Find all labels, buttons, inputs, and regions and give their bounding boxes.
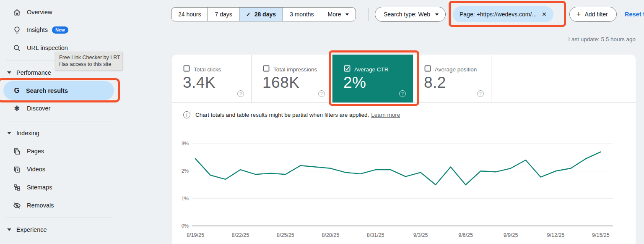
- search-type-dropdown[interactable]: Search type: Web: [375, 7, 446, 22]
- plus-icon: [576, 10, 581, 19]
- add-filter-label: Add filter: [585, 11, 608, 18]
- performance-panel: Total clicks 3.4K Total impressions 168K…: [172, 55, 636, 244]
- date-range-more[interactable]: More: [321, 8, 356, 21]
- svg-text:9/3/25: 9/3/25: [413, 232, 428, 238]
- metric-card-average-ctr[interactable]: Average CTR 2%: [332, 55, 413, 102]
- search-icon: [13, 44, 21, 52]
- section-label: Performance: [16, 69, 51, 76]
- svg-text:8/19/25: 8/19/25: [187, 232, 204, 238]
- svg-text:9/15/25: 9/15/25: [592, 232, 610, 238]
- segment-label: 7 days: [215, 11, 232, 18]
- reset-filters-link[interactable]: Reset f: [625, 11, 644, 18]
- chevron-down-icon: [7, 71, 11, 74]
- svg-text:9/9/25: 9/9/25: [504, 232, 518, 238]
- sidebar-section-experience[interactable]: Experience: [0, 221, 126, 239]
- checkbox-icon[interactable]: [424, 65, 431, 73]
- sidebar-item-label: URL inspection: [27, 45, 68, 51]
- metric-card-total-impressions[interactable]: Total impressions 168K: [252, 55, 332, 102]
- site-access-tooltip: Free Link Checker by LRT Has access to t…: [55, 52, 123, 71]
- sidebar-item-overview[interactable]: Overview: [0, 3, 126, 21]
- metric-value: 168K: [262, 74, 299, 92]
- metric-label: Total clicks: [194, 66, 221, 73]
- checkbox-icon[interactable]: [183, 65, 190, 73]
- learn-more-link[interactable]: Learn more: [371, 112, 400, 118]
- date-range-24-hours[interactable]: 24 hours: [171, 8, 208, 21]
- date-range-selector: 24 hours 7 days 28 days 3 months More: [171, 7, 356, 21]
- metric-label: Average CTR: [354, 66, 389, 73]
- sidebar-item-pages[interactable]: Pages: [0, 142, 126, 160]
- sidebar-item-label: Pages: [27, 148, 44, 155]
- check-icon: [246, 11, 251, 18]
- svg-text:3%: 3%: [182, 141, 189, 147]
- help-icon[interactable]: [318, 90, 325, 97]
- section-label: Experience: [16, 226, 47, 233]
- sidebar-item-label: Videos: [27, 166, 45, 173]
- info-icon: [183, 111, 190, 118]
- metric-label: Total impressions: [273, 66, 317, 73]
- date-range-7-days[interactable]: 7 days: [208, 8, 239, 21]
- checkbox-icon[interactable]: [263, 65, 270, 73]
- svg-text:9/12/25: 9/12/25: [547, 232, 565, 238]
- sitemap-icon: [13, 183, 21, 192]
- segment-label: More: [328, 11, 341, 18]
- close-icon[interactable]: [542, 11, 547, 18]
- sidebar-item-removals[interactable]: Removals: [0, 197, 126, 214]
- date-range-28-days[interactable]: 28 days: [239, 8, 283, 21]
- metric-card-total-clicks[interactable]: Total clicks 3.4K: [172, 55, 252, 102]
- metric-value: 3.4K: [183, 74, 216, 92]
- sidebar-divider: [6, 218, 112, 218]
- search-type-label: Search type: Web: [384, 11, 430, 18]
- page-filter-chip[interactable]: Page: +https://wedevs.com/...: [453, 6, 553, 22]
- sidebar-item-label: Overview: [27, 9, 52, 16]
- sidebar-item-label: Sitemaps: [27, 184, 52, 191]
- sidebar-item-videos[interactable]: Videos: [0, 160, 126, 178]
- sidebar-item-label: Removals: [27, 202, 54, 209]
- sidebar-item-insights[interactable]: Insights New: [0, 21, 126, 39]
- video-icon: [13, 165, 21, 173]
- svg-text:8/28/25: 8/28/25: [322, 232, 339, 238]
- notice-text: Chart totals and table results might be …: [195, 112, 369, 118]
- help-icon[interactable]: [399, 90, 406, 97]
- topbar-divider: [368, 8, 369, 21]
- home-icon: [13, 8, 21, 16]
- sidebar-item-sitemaps[interactable]: Sitemaps: [0, 178, 126, 196]
- eye-off-icon: [13, 201, 21, 210]
- lightbulb-icon: [13, 26, 21, 34]
- chevron-down-icon: [345, 13, 349, 16]
- google-g-icon: [13, 87, 21, 95]
- chevron-down-icon: [7, 132, 11, 134]
- metric-value: 8.2: [424, 74, 446, 92]
- pages-icon: [13, 147, 21, 155]
- sidebar-item-discover[interactable]: Discover: [0, 100, 126, 117]
- add-filter-button[interactable]: Add filter: [569, 7, 617, 22]
- tooltip-line: Has access to this site: [59, 61, 119, 68]
- help-icon[interactable]: [477, 90, 484, 97]
- cards-row-divider: [172, 102, 636, 103]
- segment-label: 3 months: [290, 11, 314, 18]
- checkbox-checked-icon[interactable]: [344, 65, 351, 73]
- date-range-3-months[interactable]: 3 months: [283, 8, 321, 21]
- segment-label: 24 hours: [178, 11, 201, 18]
- sidebar-item-label: Discover: [27, 105, 50, 112]
- tooltip-line: Free Link Checker by LRT: [59, 54, 119, 61]
- svg-text:2%: 2%: [182, 168, 189, 174]
- svg-text:9/6/25: 9/6/25: [458, 232, 473, 238]
- svg-text:8/25/25: 8/25/25: [277, 232, 294, 238]
- chevron-down-icon: [7, 228, 11, 231]
- svg-text:0%: 0%: [182, 223, 189, 229]
- partial-data-notice: Chart totals and table results might be …: [183, 111, 400, 118]
- metric-label: Average position: [435, 66, 477, 73]
- search-console-page: Overview Insights New URL inspection Fre…: [0, 0, 644, 244]
- svg-text:8/22/25: 8/22/25: [232, 232, 249, 238]
- sidebar-item-search-results[interactable]: Search results: [3, 81, 114, 100]
- section-label: Indexing: [16, 130, 39, 136]
- page-filter-label: Page: +https://wedevs.com/...: [460, 11, 537, 18]
- metric-card-average-position[interactable]: Average position 8.2: [413, 55, 491, 102]
- help-icon[interactable]: [237, 90, 244, 97]
- ctr-line-chart[interactable]: 0%1%2%3%8/19/258/22/258/25/258/28/258/31…: [172, 139, 636, 244]
- svg-text:8/31/25: 8/31/25: [367, 232, 384, 238]
- segment-label: 28 days: [254, 11, 276, 18]
- svg-text:1%: 1%: [182, 196, 189, 202]
- sidebar-divider: [6, 121, 112, 121]
- sidebar-section-indexing[interactable]: Indexing: [0, 124, 126, 142]
